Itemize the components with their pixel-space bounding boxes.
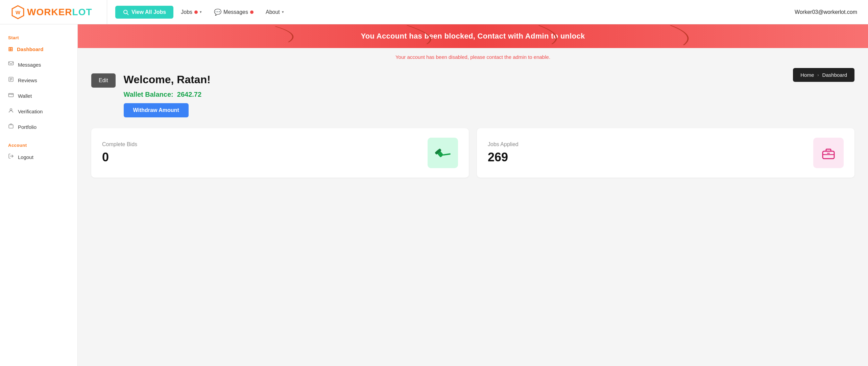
- wallet-balance-label: Wallet Balance:: [124, 91, 173, 98]
- svg-rect-9: [8, 93, 13, 97]
- sidebar-section-start: Start: [0, 32, 77, 42]
- stat-bids-value: 0: [102, 150, 137, 164]
- portfolio-icon: [8, 123, 14, 131]
- nav-messages[interactable]: 💬 Messages: [209, 6, 258, 19]
- alert-banner-text: You Account has been blocked, Contact wi…: [361, 32, 585, 40]
- stats-row: Complete Bids 0: [91, 128, 854, 178]
- view-all-jobs-button[interactable]: View All Jobs: [115, 6, 173, 19]
- briefcase-icon: [821, 145, 836, 161]
- nav-jobs-label: Jobs: [181, 9, 192, 15]
- stat-bids-info: Complete Bids 0: [102, 141, 137, 164]
- edit-button[interactable]: Edit: [91, 73, 116, 88]
- user-email: Worker03@workerlot.com: [795, 9, 857, 15]
- breadcrumb-home: Home: [800, 72, 814, 78]
- stat-bids-icon-box: [428, 138, 458, 168]
- svg-rect-11: [9, 125, 13, 128]
- header-divider: [107, 0, 107, 24]
- stat-jobs-value: 269: [488, 150, 519, 164]
- breadcrumb-current: Dashboard: [822, 72, 847, 78]
- nav-about-label: About: [266, 9, 280, 15]
- disabled-notice: Your account has been disabled, please c…: [78, 48, 868, 61]
- header-nav: View All Jobs Jobs ▾ 💬 Messages About ▾: [115, 6, 795, 19]
- sidebar-item-portfolio-label: Portfolio: [18, 124, 37, 130]
- gavel-icon: [435, 145, 451, 161]
- sidebar-section-account: Account: [0, 140, 77, 149]
- messages-icon: [8, 61, 14, 68]
- breadcrumb: Home › Dashboard: [793, 68, 854, 82]
- sidebar-item-dashboard-label: Dashboard: [17, 46, 43, 52]
- logo-text: WORKERLOT: [27, 7, 92, 18]
- sidebar-item-verification[interactable]: Verification: [0, 104, 77, 119]
- sidebar-item-reviews-label: Reviews: [18, 77, 37, 83]
- welcome-section: Welcome, Ratan! Wallet Balance: 2642.72 …: [124, 73, 211, 117]
- sidebar-item-messages[interactable]: Messages: [0, 57, 77, 72]
- sidebar-item-dashboard[interactable]: ⊞ Dashboard: [0, 42, 77, 57]
- svg-point-10: [10, 109, 12, 111]
- stat-jobs-icon-box: [813, 138, 844, 168]
- wallet-balance: Wallet Balance: 2642.72: [124, 91, 211, 98]
- stat-jobs-info: Jobs Applied 269: [488, 141, 519, 164]
- edit-welcome-section: Edit Welcome, Ratan! Wallet Balance: 264…: [91, 73, 854, 117]
- wallet-balance-value: 2642.72: [177, 91, 201, 98]
- svg-line-15: [443, 152, 450, 158]
- sidebar-item-reviews[interactable]: Reviews: [0, 72, 77, 88]
- stat-card-bids: Complete Bids 0: [91, 128, 469, 178]
- svg-line-3: [127, 13, 128, 15]
- dashboard-body: Home › Dashboard Edit Welcome, Ratan! Wa…: [78, 61, 868, 191]
- main-content: You Account has been blocked, Contact wi…: [78, 24, 868, 366]
- nav-jobs[interactable]: Jobs ▾: [176, 6, 207, 18]
- search-icon: [123, 9, 129, 15]
- sidebar-item-logout[interactable]: Logout: [0, 149, 77, 165]
- sidebar-item-logout-label: Logout: [18, 154, 33, 160]
- welcome-title: Welcome, Ratan!: [124, 73, 211, 86]
- reviews-icon: [8, 76, 14, 84]
- stat-bids-label: Complete Bids: [102, 141, 137, 147]
- logo-area: W WORKERLOT: [11, 5, 99, 19]
- sidebar: Start ⊞ Dashboard Messages Reviews Walle…: [0, 24, 78, 366]
- sidebar-item-verification-label: Verification: [18, 109, 43, 114]
- sidebar-item-wallet-label: Wallet: [18, 93, 32, 99]
- stat-jobs-label: Jobs Applied: [488, 141, 519, 147]
- svg-text:W: W: [16, 9, 21, 15]
- stat-card-jobs: Jobs Applied 269: [477, 128, 854, 178]
- messages-bubble-icon: 💬: [214, 8, 221, 16]
- nav-messages-label: Messages: [223, 9, 248, 15]
- breadcrumb-arrow-icon: ›: [817, 72, 819, 77]
- sidebar-item-messages-label: Messages: [18, 62, 41, 68]
- about-chevron-icon: ▾: [282, 10, 284, 14]
- verification-icon: [8, 108, 14, 115]
- dashboard-icon: ⊞: [8, 46, 13, 53]
- withdraw-button[interactable]: Withdraw Amount: [124, 103, 189, 117]
- logout-icon: [8, 153, 14, 161]
- header: W WORKERLOT View All Jobs Jobs ▾ 💬 Messa…: [0, 0, 868, 24]
- jobs-chevron-icon: ▾: [200, 10, 202, 14]
- main-layout: Start ⊞ Dashboard Messages Reviews Walle…: [0, 24, 868, 366]
- jobs-notification-dot: [194, 10, 198, 14]
- nav-about[interactable]: About ▾: [261, 6, 289, 18]
- messages-notification-dot: [250, 10, 254, 14]
- svg-rect-4: [8, 62, 13, 65]
- logo-icon: W: [11, 5, 25, 19]
- sidebar-item-wallet[interactable]: Wallet: [0, 88, 77, 104]
- sidebar-item-portfolio[interactable]: Portfolio: [0, 119, 77, 135]
- wallet-icon: [8, 92, 14, 99]
- alert-banner: You Account has been blocked, Contact wi…: [78, 24, 868, 48]
